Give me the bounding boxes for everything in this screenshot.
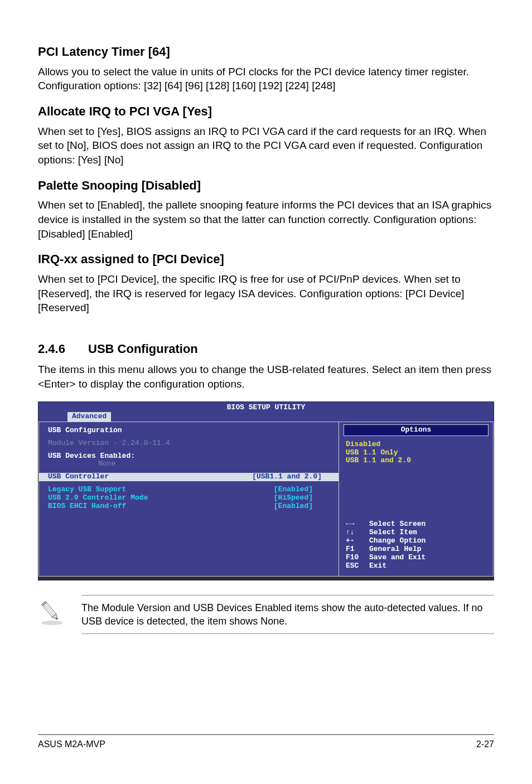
bios-sel-label: USB Controller	[39, 473, 109, 481]
bios-help-text: Select Item	[369, 529, 417, 537]
bios-help-text: Exit	[369, 562, 386, 570]
heading-pci-latency: PCI Latency Timer [64]	[38, 43, 494, 60]
bios-row-label: BIOS EHCI Hand-off	[48, 502, 126, 511]
bios-help-key: ←→	[346, 520, 369, 529]
bios-row-value: [HiSpeed]	[274, 494, 313, 502]
bios-right-pane: Options Disabled USB 1.1 Only USB 1.1 an…	[339, 422, 494, 577]
bios-devices-value: None	[48, 460, 330, 468]
footer-left: ASUS M2A-MVP	[38, 738, 105, 751]
bios-help-text: Change Option	[369, 537, 425, 545]
section-title: USB Configuration	[88, 342, 198, 356]
bios-help-text: Select Screen	[369, 520, 425, 529]
bios-option: USB 1.1 Only	[346, 449, 486, 457]
note-text: The Module Version and USB Devices Enabl…	[81, 595, 494, 635]
heading-allocate-irq: Allocate IRQ to PCI VGA [Yes]	[38, 103, 494, 120]
bios-left-heading: USB Configuration	[48, 427, 330, 435]
bios-help-text: Save and Exit	[369, 554, 425, 562]
bios-help-key: F1	[346, 545, 369, 554]
section-number: 2.4.6	[38, 341, 88, 357]
bios-selected-row: USB Controller [USB1.1 and 2.0]	[39, 473, 338, 481]
note-box: The Module Version and USB Devices Enabl…	[38, 595, 494, 635]
bios-title: BIOS SETUP UTILITY	[38, 402, 494, 412]
svg-rect-1	[42, 602, 56, 617]
bios-option: Disabled	[346, 441, 486, 449]
svg-point-0	[41, 621, 62, 625]
bios-row-value: [Enabled]	[274, 502, 313, 511]
page-footer: ASUS M2A-MVP 2-27	[38, 734, 494, 751]
usb-config-intro: The items in this menu allows you to cha…	[38, 362, 494, 391]
bios-setup-screenshot: BIOS SETUP UTILITY Advanced USB Configur…	[38, 401, 494, 580]
bios-row-value: [Enabled]	[274, 486, 313, 494]
bios-help-key: ESC	[346, 562, 369, 570]
bios-options-heading: Options	[344, 424, 489, 436]
bios-devices-label: USB Devices Enabled:	[48, 452, 330, 461]
body-pci-latency: Allows you to select the value in units …	[38, 65, 494, 93]
bios-help-list: ←→Select Screen ↑↓Select Item +-Change O…	[346, 520, 486, 570]
bios-bottom-bar	[38, 577, 494, 580]
section-usb-config-heading: 2.4.6USB Configuration	[38, 341, 494, 357]
bios-module-version: Module Version - 2.24.0-11.4	[48, 439, 330, 448]
footer-right: 2-27	[476, 738, 494, 751]
body-palette: When set to [Enabled], the pallete snoop…	[38, 198, 494, 241]
bios-help-text: General Help	[369, 545, 422, 554]
bios-tab-row: Advanced	[38, 412, 494, 422]
body-allocate-irq: When set to [Yes], BIOS assigns an IRQ t…	[38, 124, 494, 167]
bios-sel-value: [USB1.1 and 2.0]	[252, 473, 322, 481]
body-irqxx: When set to [PCI Device], the specific I…	[38, 272, 494, 315]
bios-help-key: +-	[346, 537, 369, 545]
bios-row-label: USB 2.0 Controller Mode	[48, 494, 148, 502]
bios-option: USB 1.1 and 2.0	[346, 457, 486, 465]
bios-help-key: ↑↓	[346, 529, 369, 537]
heading-palette: Palette Snooping [Disabled]	[38, 177, 494, 194]
pencil-note-icon	[38, 599, 66, 631]
heading-irqxx: IRQ-xx assigned to [PCI Device]	[38, 251, 494, 268]
bios-row-label: Legacy USB Support	[48, 486, 126, 494]
bios-help-key: F10	[346, 554, 369, 562]
bios-tab-advanced: Advanced	[67, 412, 111, 422]
bios-left-pane: USB Configuration Module Version - 2.24.…	[38, 422, 339, 577]
